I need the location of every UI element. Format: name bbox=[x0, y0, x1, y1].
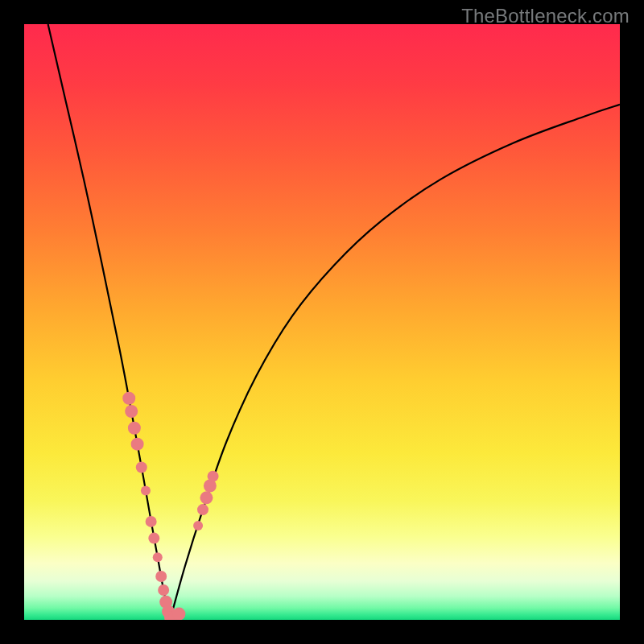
data-marker bbox=[200, 491, 213, 504]
curve-left bbox=[48, 24, 171, 620]
data-marker bbox=[172, 608, 185, 620]
data-marker bbox=[122, 392, 135, 405]
data-marker bbox=[146, 516, 157, 527]
data-marker bbox=[155, 571, 167, 582]
curve-right bbox=[170, 105, 620, 620]
data-marker bbox=[153, 552, 163, 562]
data-markers-left bbox=[122, 392, 185, 620]
data-marker bbox=[148, 533, 159, 544]
data-marker bbox=[136, 462, 147, 473]
data-marker bbox=[197, 504, 208, 515]
data-marker bbox=[141, 485, 151, 495]
chart-curves bbox=[24, 24, 620, 620]
data-marker bbox=[193, 521, 203, 530]
data-marker bbox=[131, 438, 144, 451]
plot-area bbox=[24, 24, 620, 620]
data-marker bbox=[125, 405, 138, 418]
data-marker bbox=[128, 422, 141, 435]
data-marker bbox=[208, 471, 219, 482]
data-marker bbox=[158, 584, 169, 596]
chart-frame: TheBottleneck.com bbox=[0, 0, 644, 644]
data-markers-right bbox=[193, 471, 219, 530]
